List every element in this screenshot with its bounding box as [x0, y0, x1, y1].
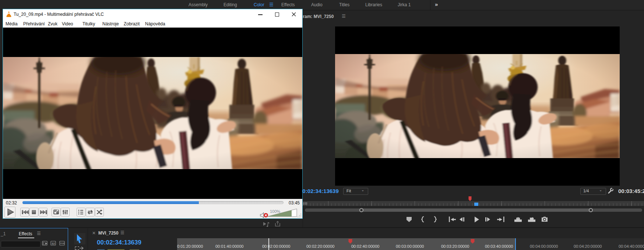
svg-text:YUV: YUV — [60, 242, 64, 244]
svg-text:32: 32 — [52, 242, 55, 245]
